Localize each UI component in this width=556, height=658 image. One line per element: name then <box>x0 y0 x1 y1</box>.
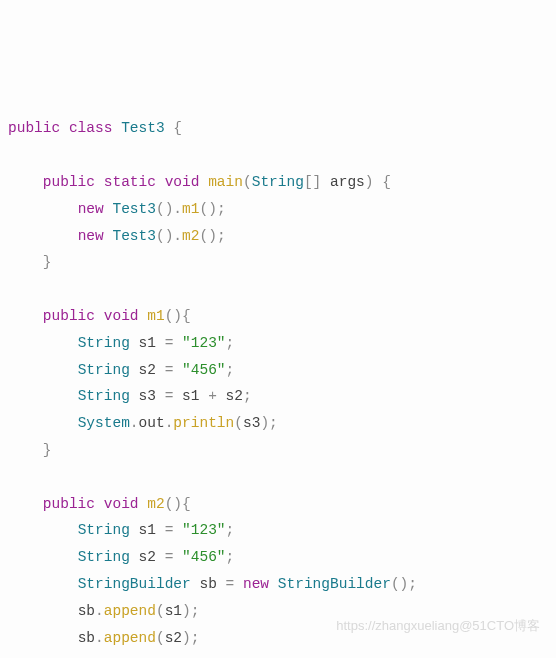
var-s1: s1 <box>182 388 199 404</box>
var-s2: s2 <box>139 549 156 565</box>
method-m2: m2 <box>147 496 164 512</box>
plus: + <box>208 388 217 404</box>
keyword-public: public <box>43 174 95 190</box>
keyword-public: public <box>8 120 60 136</box>
paren-close: ) <box>400 576 409 592</box>
semicolon: ; <box>217 228 226 244</box>
var-s2: s2 <box>165 630 182 646</box>
keyword-new: new <box>243 576 269 592</box>
method-println: println <box>173 415 234 431</box>
semicolon: ; <box>408 576 417 592</box>
paren-close: ) <box>260 415 269 431</box>
class-stringbuilder: StringBuilder <box>78 576 191 592</box>
paren-open: ( <box>243 174 252 190</box>
string-literal: "456" <box>182 549 226 565</box>
method-m1: m1 <box>147 308 164 324</box>
keyword-void: void <box>104 496 139 512</box>
keyword-class: class <box>69 120 113 136</box>
class-string: String <box>78 549 130 565</box>
paren-close: ) <box>208 201 217 217</box>
class-string: String <box>252 174 304 190</box>
semicolon: ; <box>191 630 200 646</box>
equals: = <box>165 522 174 538</box>
var-s1: s1 <box>139 522 156 538</box>
method-append: append <box>104 630 156 646</box>
semicolon: ; <box>269 415 278 431</box>
field-out: out <box>139 415 165 431</box>
semicolon: ; <box>243 388 252 404</box>
semicolon: ; <box>226 549 235 565</box>
semicolon: ; <box>217 201 226 217</box>
brace-open: { <box>173 120 182 136</box>
paren-open: ( <box>199 228 208 244</box>
string-literal: "123" <box>182 335 226 351</box>
paren-close: ) <box>182 630 191 646</box>
dot: . <box>130 415 139 431</box>
semicolon: ; <box>226 362 235 378</box>
keyword-public: public <box>43 308 95 324</box>
brace-close: } <box>43 254 52 270</box>
method-main: main <box>208 174 243 190</box>
keyword-new: new <box>78 201 104 217</box>
paren-open: ( <box>156 603 165 619</box>
var-s1: s1 <box>165 603 182 619</box>
class-system: System <box>78 415 130 431</box>
class-string: String <box>78 362 130 378</box>
bracket-close: ] <box>313 174 322 190</box>
equals: = <box>165 388 174 404</box>
class-name: Test3 <box>121 120 165 136</box>
class-string: String <box>78 522 130 538</box>
string-literal: "456" <box>182 362 226 378</box>
var-s2: s2 <box>139 362 156 378</box>
paren-open: ( <box>156 228 165 244</box>
class-test3: Test3 <box>112 201 156 217</box>
paren-open: ( <box>234 415 243 431</box>
semicolon: ; <box>191 603 200 619</box>
class-string: String <box>78 388 130 404</box>
equals: = <box>226 576 235 592</box>
paren-close: ) <box>182 603 191 619</box>
method-m2: m2 <box>182 228 199 244</box>
code-block: public class Test3 { public static void … <box>8 115 548 658</box>
keyword-new: new <box>78 228 104 244</box>
class-test3: Test3 <box>112 228 156 244</box>
class-stringbuilder: StringBuilder <box>278 576 391 592</box>
brace-close: } <box>43 442 52 458</box>
dot: . <box>95 630 104 646</box>
equals: = <box>165 362 174 378</box>
paren-close: ) <box>365 174 374 190</box>
dot: . <box>95 603 104 619</box>
var-s2: s2 <box>226 388 243 404</box>
keyword-void: void <box>165 174 200 190</box>
paren-close: ) <box>173 308 182 324</box>
var-s3: s3 <box>243 415 260 431</box>
equals: = <box>165 335 174 351</box>
string-literal: "123" <box>182 522 226 538</box>
brace-open: { <box>382 174 391 190</box>
paren-open: ( <box>156 630 165 646</box>
semicolon: ; <box>226 335 235 351</box>
method-m1: m1 <box>182 201 199 217</box>
paren-open: ( <box>156 201 165 217</box>
equals: = <box>165 549 174 565</box>
var-sb: sb <box>78 630 95 646</box>
var-s1: s1 <box>139 335 156 351</box>
method-append: append <box>104 603 156 619</box>
keyword-public: public <box>43 496 95 512</box>
class-string: String <box>78 335 130 351</box>
paren-close: ) <box>173 496 182 512</box>
semicolon: ; <box>226 522 235 538</box>
dot: . <box>173 228 182 244</box>
paren-open: ( <box>391 576 400 592</box>
paren-open: ( <box>199 201 208 217</box>
brace-open: { <box>182 496 191 512</box>
keyword-void: void <box>104 308 139 324</box>
var-sb: sb <box>78 603 95 619</box>
var-s3: s3 <box>139 388 156 404</box>
dot: . <box>173 201 182 217</box>
brace-open: { <box>182 308 191 324</box>
paren-close: ) <box>208 228 217 244</box>
var-sb: sb <box>199 576 216 592</box>
bracket-open: [ <box>304 174 313 190</box>
param-args: args <box>330 174 365 190</box>
